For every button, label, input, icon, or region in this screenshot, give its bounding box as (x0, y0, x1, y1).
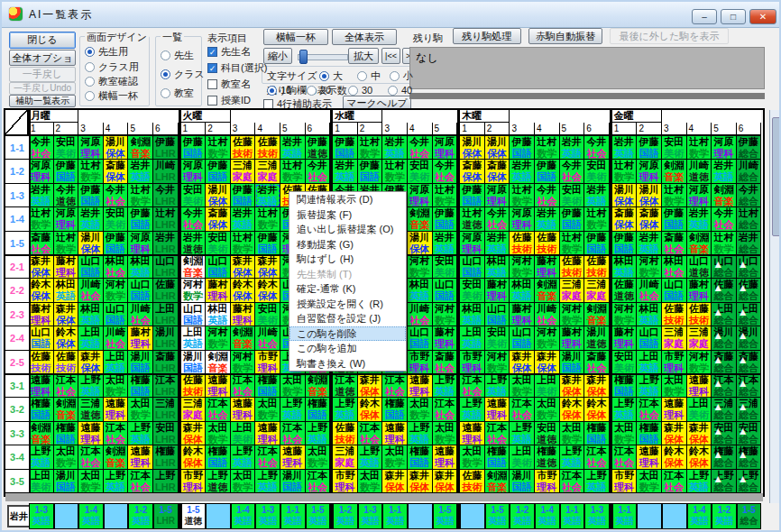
strip-cell-17[interactable] (460, 503, 485, 529)
grid-cell-2-1-火3[interactable]: 森井保体 (231, 255, 256, 279)
grid-cell-3-5-水4[interactable]: 森井保体 (408, 470, 433, 493)
grid-cell-3-3-火6[interactable]: 上野英語 (306, 422, 331, 445)
strip-cell-19[interactable]: 1-2英語 (510, 503, 535, 529)
grid-cell-3-3-月5[interactable]: 上野英語 (128, 422, 153, 445)
grid-cell-2-4-月4[interactable]: 川崎社会 (104, 326, 129, 350)
vertical-scrollbar[interactable] (769, 110, 781, 503)
grid-cell-2-4-月3[interactable]: 上田英語 (78, 326, 104, 350)
grid-cell-3-4-水1[interactable]: 三浦家庭 (333, 445, 358, 469)
grid-cell-2-1-木5[interactable]: 佐藤技術 (560, 255, 585, 279)
grid-cell-3-1-水1[interactable]: 江本道徳 (333, 374, 358, 398)
grid-cell-3-5-水3[interactable]: 森井保体 (382, 470, 408, 493)
grid-cell-1-2-木4[interactable]: 伊藤国語 (535, 160, 560, 183)
grid-cell-2-3-木3[interactable]: 藤村理科 (510, 303, 535, 326)
grid-cell-3-1-水3[interactable]: 江本社会 (382, 374, 408, 398)
screen-design-option-1[interactable]: クラス用 (85, 60, 139, 74)
grid-cell-2-2-木6[interactable]: 三浦家庭 (584, 279, 610, 302)
grid-cell-1-2-金4[interactable]: 川崎道徳 (687, 160, 712, 183)
remain-count-option-3[interactable]: 40 (388, 85, 412, 96)
grid-cell-2-5-木5[interactable]: 湯川国語 (560, 351, 585, 374)
grid-cell-2-2-火4[interactable]: 鈴木保体 (255, 279, 280, 302)
grid-cell-1-2-火3[interactable]: 三浦家庭 (231, 160, 256, 183)
grid-cell-3-4-金1[interactable]: 江本社会 (612, 445, 638, 469)
grid-cell-2-1-金1[interactable]: 林田英語 (612, 255, 638, 279)
grid-cell-2-5-火2[interactable]: 剣淵音楽 (206, 351, 231, 374)
grid-cell-3-2-木5[interactable]: 鈴木保体 (560, 398, 585, 421)
grid-cell-1-5-木6[interactable]: 伊藤国語 (584, 232, 610, 255)
strip-cell-18[interactable]: 1-5英語 (485, 503, 510, 529)
grid-cell-3-3-水1[interactable]: 佐藤技術 (333, 422, 358, 445)
grid-cell-2-2-月2[interactable]: 林田英語 (54, 279, 79, 302)
strip-cell-2[interactable]: 1-4英語 (78, 503, 104, 529)
grid-cell-3-5-水5[interactable]: 森井保体 (433, 470, 458, 493)
grid-cell-3-1-木3[interactable]: 太田数学 (510, 374, 535, 398)
grid-cell-2-1-木6[interactable]: 佐藤技術 (584, 255, 610, 279)
grid-cell-3-3-金6[interactable]: 安田総合▲ (737, 422, 762, 445)
grid-cell-2-3-火3[interactable]: 藤村理科 (231, 303, 256, 326)
grid-cell-1-2-水4[interactable]: 安田美術 (408, 160, 433, 183)
grid-cell-1-3-火2[interactable]: 湯川保体 (206, 184, 231, 207)
remain-process-button[interactable]: 残り駒処理 (453, 28, 521, 44)
grid-cell-3-4-水3[interactable]: 太田数学 (382, 445, 408, 469)
grid-cell-1-5-火4[interactable]: 伊藤国語 (255, 232, 280, 255)
grid-cell-1-3-木3[interactable]: 辻村数学 (510, 184, 535, 207)
left-button-2[interactable]: 一手戻し (9, 67, 76, 82)
grid-cell-1-1-火3[interactable]: 佐藤技術 (231, 136, 256, 160)
grid-cell-3-3-木3[interactable]: 上野英語 (510, 422, 535, 445)
grid-cell-1-1-月3[interactable]: 河原理科 (78, 136, 104, 160)
context-menu-item-10[interactable]: この駒を追加 (289, 341, 406, 356)
grid-cell-3-5-木6[interactable]: 上野英語 (584, 470, 610, 493)
grid-cell-3-2-水1[interactable]: 上野英語 (333, 398, 358, 421)
grid-cell-2-3-水4[interactable]: 川崎社会 (408, 303, 433, 326)
strip-cell-11[interactable]: 1-5英語 (306, 503, 331, 529)
grid-cell-3-3-火3[interactable]: 上田美術 (231, 422, 256, 445)
grid-cell-1-3-月2[interactable]: 今井道徳 (54, 184, 79, 207)
grid-cell-3-3-月6[interactable]: 安田LHR (153, 422, 179, 445)
grid-cell-3-5-木2[interactable]: 剣淵音楽 (485, 470, 510, 493)
context-menu-item-1[interactable]: 振替提案 (F) (289, 207, 406, 223)
grid-cell-1-2-木1[interactable]: 斎藤保体 (460, 160, 485, 183)
grid-cell-2-4-月2[interactable]: 鈴木保体 (54, 326, 79, 350)
grid-cell-1-4-月6[interactable]: 辻村LHR (153, 207, 179, 231)
grid-cell-1-2-火4[interactable]: 三浦家庭 (255, 160, 280, 183)
grid-cell-3-3-金3[interactable]: 森井保体 (662, 422, 687, 445)
grid-cell-3-1-月3[interactable]: 上野英語 (78, 374, 104, 398)
screen-design-option-3[interactable]: 横幅一杯 (85, 89, 138, 103)
grid-cell-3-5-木3[interactable]: 湯川国語 (510, 470, 535, 493)
strip-cell-21[interactable]: 1-1英語 (560, 503, 585, 529)
grid-cell-2-1-月5[interactable]: 林田英語 (128, 255, 153, 279)
grid-cell-1-5-水4[interactable]: 湯川保体 (408, 232, 433, 255)
grid-cell-1-2-金2[interactable]: 河原理科 (637, 160, 662, 183)
grid-cell-2-4-月6[interactable]: 湯川LHR (153, 326, 179, 350)
grid-cell-3-3-月3[interactable]: 遠藤理科 (78, 422, 104, 445)
context-menu-item-0[interactable]: 関連情報表示 (D) (289, 192, 406, 207)
strip-cell-14[interactable]: 1-1英語 (382, 503, 408, 529)
grid-cell-1-1-木5[interactable]: 岩井英語 (560, 136, 585, 160)
left-button-0[interactable]: 閉じる (9, 32, 76, 49)
grid-cell-3-1-火2[interactable]: 遠藤理科 (206, 374, 231, 398)
grid-cell-2-1-水5[interactable]: 安田美術 (433, 255, 458, 279)
strip-cell-1[interactable] (54, 503, 79, 529)
grid-cell-1-2-火1[interactable]: 河原理科 (181, 160, 207, 183)
grid-cell-3-4-火3[interactable]: 上野英語 (231, 445, 256, 469)
grid-cell-2-3-火2[interactable]: 林田英語 (206, 303, 231, 326)
grid-cell-3-2-月2[interactable]: 剣淵音楽 (54, 398, 79, 421)
grid-cell-3-3-水4[interactable]: 上野英語 (408, 422, 433, 445)
grid-cell-2-1-月1[interactable]: 森井保体 (29, 255, 54, 279)
grid-cell-1-1-金3[interactable]: 安田美術 (662, 136, 687, 160)
list-mode-option-radio[interactable] (161, 69, 170, 79)
strip-cell-16[interactable]: 1-5英語 (433, 503, 458, 529)
grid-cell-2-3-金5[interactable]: 上田総合▲ (712, 303, 737, 326)
grid-cell-2-3-月4[interactable]: 山口国語 (104, 303, 129, 326)
grid-cell-1-4-火2[interactable]: 斎藤保体 (206, 207, 231, 231)
grid-cell-2-3-金4[interactable]: 佐藤技術 (687, 303, 712, 326)
grid-cell-1-3-木2[interactable]: 河原理科 (485, 184, 510, 207)
strip-cell-8[interactable]: 1-4英語 (231, 503, 256, 529)
grid-cell-3-5-金4[interactable]: 上野英語 (687, 470, 712, 493)
strip-cell-25[interactable] (662, 503, 687, 529)
strip-cell-0[interactable]: 1-3英語 (29, 503, 54, 529)
grid-cell-3-3-火4[interactable]: 遠藤理科 (255, 422, 280, 445)
grid-cell-1-1-月1[interactable]: 今井社会 (29, 136, 54, 160)
grid-cell-3-2-火3[interactable]: 遠藤理科 (231, 398, 256, 421)
strip-cell-24[interactable] (637, 503, 662, 529)
